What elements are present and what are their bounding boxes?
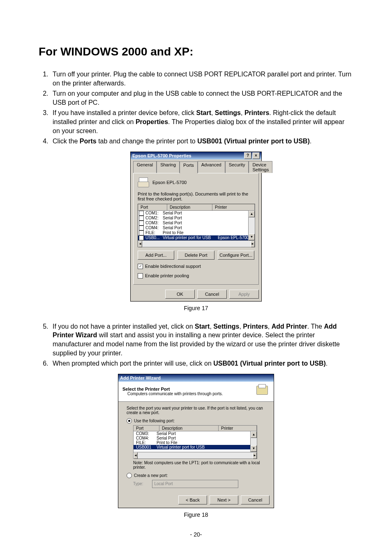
cancel-button[interactable]: Cancel [241,495,270,504]
col-description[interactable]: Description [159,426,219,431]
col-printer[interactable]: Printer [212,204,255,210]
port-row[interactable]: FILE:Print to File [134,440,257,445]
radio-icon[interactable] [127,418,132,424]
scroll-left-icon[interactable]: ◄ [138,241,142,247]
port-row[interactable]: COM3:Serial Port [134,431,257,436]
tab-device-settings[interactable]: Device Settings [249,161,272,173]
scroll-up-icon[interactable]: ▲ [249,211,255,217]
port-row-selected[interactable]: USB001Virtual printer port for USB [134,445,257,449]
port-checkbox[interactable] [139,216,144,221]
port-row[interactable]: FILE:Print to File [138,230,255,235]
configure-port-button[interactable]: Configure Port... [218,251,254,260]
printer-name: Epson EPL-5700 [152,180,187,185]
scroll-track[interactable] [251,438,257,445]
page-heading: For WINDOWS 2000 and XP: [39,45,353,58]
scroll-track[interactable] [142,241,251,247]
port-row[interactable]: COM4:Serial Port [134,436,257,440]
step-3: If you have installed a printer device b… [50,108,353,135]
port-row[interactable]: COM3:Serial Port [138,221,255,226]
bidi-checkbox[interactable]: ✓Enable bidirectional support [138,264,254,269]
scroll-up-icon[interactable]: ▲ [251,431,257,438]
col-port[interactable]: Port [138,204,167,210]
v: Print to File [157,440,221,445]
vertical-scrollbar[interactable]: ▲ ▼ [250,431,257,452]
port-checkbox[interactable]: ✓ [139,235,144,240]
t: , [268,323,272,330]
tab-sharing[interactable]: Sharing [157,161,180,173]
b: USB001 (Virtual printer port to USB) [213,360,326,367]
vertical-scrollbar[interactable]: ▲ ▼ [248,211,255,240]
t: , [211,109,215,116]
tab-advanced[interactable]: Advanced [198,161,225,173]
port-checkbox[interactable] [139,211,144,216]
radio-create-port[interactable]: Create a new port: [127,473,265,478]
checkbox-icon[interactable] [138,273,143,279]
wizard-note: Select the port you want your printer to… [127,406,265,415]
v: Print to File [163,230,218,235]
step-4: Click the Ports tab and change the print… [50,137,353,146]
next-button[interactable]: Next > [210,495,238,504]
label: Enable printer pooling [145,273,189,278]
port-row[interactable]: COM4:Serial Port [138,226,255,230]
t: Click the [53,138,80,145]
properties-dialog: Epson EPL-5700 Properties ? × General Sh… [130,152,262,302]
v [221,440,254,445]
port-checkbox[interactable] [139,221,144,226]
tab-ports[interactable]: Ports [180,161,198,173]
t: , [239,323,243,330]
t: When prompted which port the printer wil… [53,360,213,367]
v [221,431,254,436]
horizontal-scrollbar[interactable]: ◄ ► [134,452,257,458]
help-button[interactable]: ? [244,152,251,159]
titlebar[interactable]: Epson EPL-5700 Properties ? × [131,152,261,159]
scroll-right-icon[interactable]: ► [253,452,257,459]
checkbox-icon[interactable]: ✓ [138,264,143,269]
port-checkbox[interactable] [139,226,144,230]
b: Start [196,109,211,116]
port-checkbox[interactable] [139,230,144,235]
port-row[interactable]: COM2:Serial Port [138,216,255,221]
scroll-track[interactable] [138,452,253,458]
horizontal-scrollbar[interactable]: ◄ ► [138,240,255,247]
v: COM3: [136,431,157,436]
tab-general[interactable]: General [133,161,157,173]
pooling-checkbox[interactable]: Enable printer pooling [138,273,254,279]
back-button[interactable]: < Back [178,495,207,504]
b: Add Printer [272,323,307,330]
port-row[interactable]: COM1:Serial Port [138,211,255,216]
v: Virtual printer port for USB [163,235,218,240]
radio-use-port[interactable]: Use the following port: [127,418,265,424]
title-text: Epson EPL-5700 Properties [132,153,191,158]
step-5: If you do not have a printer installed y… [50,322,353,357]
v: Serial Port [163,211,218,215]
figure-18: Add Printer Wizard Select the Printer Po… [39,374,353,518]
port-list[interactable]: COM1:Serial Port COM2:Serial Port COM3:S… [138,211,255,240]
delete-port-button[interactable]: Delete Port [178,251,214,260]
tab-security[interactable]: Security [225,161,249,173]
col-port[interactable]: Port [134,426,159,431]
b: Properties [136,118,168,125]
close-button[interactable]: × [252,152,260,159]
port-row-selected[interactable]: ✓USB0...Virtual printer port for USBEpso… [138,235,255,240]
scroll-left-icon[interactable]: ◄ [134,452,138,459]
col-printer[interactable]: Printer [219,426,257,431]
instruction-list-2: If you do not have a printer installed y… [39,322,353,368]
add-port-button[interactable]: Add Port... [138,251,174,260]
radio-icon[interactable] [127,473,132,478]
apply-button[interactable]: Apply [229,290,259,299]
v: COM2: [145,216,159,220]
col-description[interactable]: Description [167,204,212,210]
scroll-right-icon[interactable]: ► [251,241,255,247]
t: , [241,109,244,116]
label: Create a new port: [134,473,168,478]
ok-button[interactable]: OK [165,290,195,299]
cancel-button[interactable]: Cancel [197,290,227,299]
scroll-down-icon[interactable]: ▼ [249,234,255,240]
scroll-track[interactable] [249,217,255,234]
wizard-header: Select the Printer Port Computers commun… [118,382,274,402]
scroll-down-icon[interactable]: ▼ [251,445,257,452]
v: Virtual printer port for USB [157,445,221,449]
port-list[interactable]: COM3:Serial Port COM4:Serial Port FILE:P… [134,431,257,452]
titlebar[interactable]: Add Printer Wizard [118,374,274,382]
port-type-dropdown: Local Port [152,480,238,488]
